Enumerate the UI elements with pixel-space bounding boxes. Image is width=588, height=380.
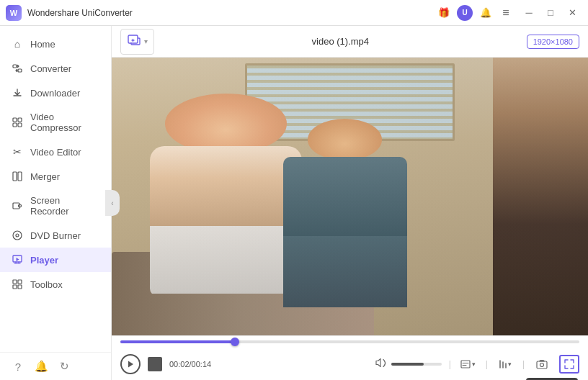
volume-section — [375, 358, 442, 370]
svg-rect-19 — [537, 361, 547, 368]
svg-rect-5 — [18, 123, 22, 127]
sidebar: ⌂ Home Converter — [0, 26, 112, 380]
divider-1: | — [449, 359, 451, 369]
add-file-button[interactable]: ▾ — [120, 29, 154, 55]
resolution-badge: 1920×1080 — [527, 35, 579, 49]
sidebar-label-toolbox: Toolbox — [30, 279, 63, 290]
controls-row: 00:02/00:14 — [120, 348, 579, 380]
sidebar-label-downloader: Downloader — [30, 88, 80, 99]
snapshot-button[interactable] — [532, 355, 552, 374]
svg-rect-16 — [18, 285, 22, 289]
current-time: 00:02 — [169, 360, 190, 368]
subtitle-chevron: ▾ — [472, 361, 476, 368]
help-icon[interactable]: ? — [12, 360, 24, 373]
app-logo: W — [6, 5, 22, 21]
sidebar-item-converter[interactable]: Converter — [0, 56, 111, 81]
divider-2: | — [486, 359, 488, 369]
maximize-button[interactable]: □ — [540, 3, 561, 23]
subtitle-button[interactable]: ▾ — [458, 355, 478, 374]
sidebar-item-home[interactable]: ⌂ Home — [0, 32, 111, 56]
fullscreen-tooltip: Full Screen — [526, 378, 578, 381]
add-file-chevron: ▾ — [144, 37, 148, 45]
video-frame — [112, 58, 588, 335]
alerts-icon[interactable]: 🔔 — [35, 360, 48, 373]
svg-rect-2 — [13, 118, 17, 122]
svg-rect-4 — [13, 123, 17, 127]
svg-rect-7 — [18, 172, 22, 181]
speed-button[interactable]: ▾ — [495, 355, 515, 374]
play-button[interactable] — [120, 354, 141, 374]
sidebar-item-toolbox[interactable]: Toolbox — [0, 272, 111, 297]
progress-thumb[interactable] — [231, 338, 239, 346]
svg-rect-3 — [18, 118, 22, 122]
window-controls: ─ □ ✕ — [519, 3, 582, 23]
sidebar-item-editor[interactable]: ✂ Video Editor — [0, 140, 111, 164]
close-button[interactable]: ✕ — [562, 3, 582, 23]
title-bar-icons: 🎁 U 🔔 ≡ — [437, 5, 513, 21]
svg-point-11 — [16, 234, 19, 237]
volume-fill — [391, 363, 424, 366]
sidebar-label-merger: Merger — [30, 171, 60, 182]
fullscreen-button[interactable]: Full Screen — [559, 355, 579, 374]
svg-rect-14 — [18, 280, 22, 284]
svg-point-10 — [13, 231, 22, 240]
svg-rect-6 — [13, 172, 17, 181]
volume-icon[interactable] — [375, 358, 387, 370]
speed-chevron: ▾ — [508, 361, 512, 368]
svg-rect-18 — [461, 361, 470, 368]
minimize-button[interactable]: ─ — [519, 3, 539, 23]
progress-bar-container[interactable] — [120, 336, 579, 348]
file-title: video (1).mp4 — [160, 36, 521, 47]
player-icon — [12, 254, 23, 266]
sidebar-item-player[interactable]: Player — [0, 248, 111, 272]
add-file-icon — [127, 33, 141, 50]
main-layout: ⌂ Home Converter — [0, 26, 588, 380]
sidebar-nav: ⌂ Home Converter — [0, 26, 111, 352]
downloader-icon — [12, 87, 23, 99]
sidebar-label-editor: Video Editor — [30, 147, 81, 158]
sidebar-item-merger[interactable]: Merger — [0, 164, 111, 189]
sidebar-item-compressor[interactable]: Video Compressor — [0, 105, 111, 140]
user-avatar[interactable]: U — [457, 5, 473, 21]
time-display: 00:02/00:14 — [169, 360, 211, 368]
home-icon: ⌂ — [12, 38, 23, 50]
dvd-icon — [12, 230, 23, 241]
converter-icon — [12, 63, 23, 74]
refresh-icon[interactable]: ↻ — [58, 360, 71, 373]
sidebar-item-downloader[interactable]: Downloader — [0, 81, 111, 105]
sidebar-label-player: Player — [30, 255, 58, 266]
app-title: Wondershare UniConverter — [27, 8, 437, 18]
sidebar-label-recorder: Screen Recorder — [30, 195, 99, 217]
content-area: ▾ video (1).mp4 1920×1080 — [112, 26, 588, 380]
sidebar-item-recorder[interactable]: Screen Recorder — [0, 189, 111, 223]
sidebar-label-converter: Converter — [30, 63, 71, 74]
svg-rect-1 — [18, 69, 22, 72]
volume-slider[interactable] — [391, 363, 442, 366]
sidebar-collapse-button[interactable]: ‹ — [105, 190, 120, 216]
svg-rect-0 — [13, 65, 17, 68]
sidebar-item-dvd[interactable]: DVD Burner — [0, 223, 111, 248]
recorder-icon — [12, 200, 23, 212]
toolbox-icon — [12, 279, 23, 290]
sidebar-label-compressor: Video Compressor — [30, 112, 99, 133]
svg-rect-15 — [13, 285, 17, 289]
compressor-icon — [12, 117, 23, 128]
sidebar-footer: ? 🔔 ↻ — [0, 352, 111, 380]
menu-icon[interactable]: ≡ — [499, 6, 513, 20]
sidebar-label-home: Home — [30, 39, 55, 50]
video-container — [112, 58, 588, 335]
player-controls: 00:02/00:14 — [112, 335, 588, 380]
player-toolbar: ▾ video (1).mp4 1920×1080 — [112, 26, 588, 58]
merger-icon — [12, 171, 23, 182]
gift-icon[interactable]: 🎁 — [437, 6, 451, 20]
sidebar-label-dvd: DVD Burner — [30, 230, 81, 241]
total-time: 00:14 — [192, 360, 212, 368]
title-bar: W Wondershare UniConverter 🎁 U 🔔 ≡ ─ □ ✕ — [0, 0, 588, 26]
progress-bar-track[interactable] — [120, 340, 579, 343]
progress-bar-fill — [120, 340, 235, 343]
stop-button[interactable] — [148, 357, 162, 371]
notification-icon[interactable]: 🔔 — [478, 6, 493, 20]
svg-rect-13 — [13, 280, 17, 284]
editor-icon: ✂ — [12, 146, 23, 158]
svg-point-20 — [540, 363, 544, 366]
